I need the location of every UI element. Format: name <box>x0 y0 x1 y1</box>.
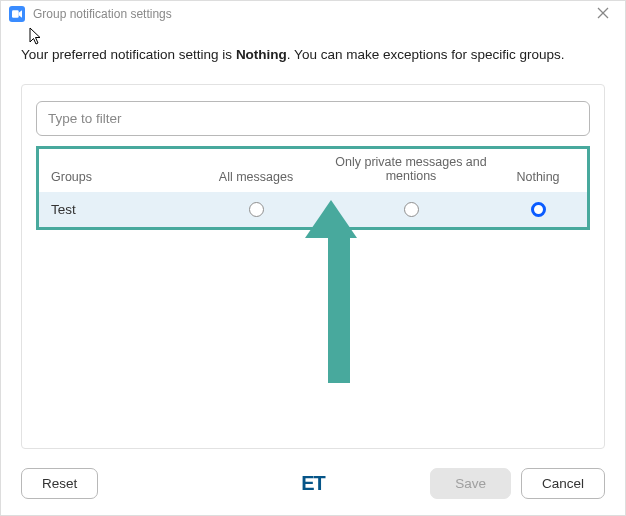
titlebar: Group notification settings <box>1 1 625 27</box>
header-groups: Groups <box>51 170 191 184</box>
cancel-button[interactable]: Cancel <box>521 468 605 499</box>
svg-rect-0 <box>12 10 19 18</box>
header-private-mentions: Only private messages and mentions <box>321 155 501 184</box>
table-header: Groups All messages Only private message… <box>39 149 587 192</box>
desc-bold: Nothing <box>236 47 287 62</box>
groups-table-highlight: Groups All messages Only private message… <box>36 146 590 230</box>
header-nothing: Nothing <box>501 170 575 184</box>
settings-panel: Groups All messages Only private message… <box>21 84 605 449</box>
footer: Reset ET Save Cancel <box>1 456 625 515</box>
radio-all-messages[interactable] <box>249 202 264 217</box>
filter-input[interactable] <box>36 101 590 136</box>
close-icon[interactable] <box>591 4 615 24</box>
desc-suffix: . You can make exceptions for specific g… <box>287 47 565 62</box>
zoom-app-icon <box>9 6 25 22</box>
group-name: Test <box>51 202 191 217</box>
description-text: Your preferred notification setting is N… <box>1 27 625 72</box>
desc-prefix: Your preferred notification setting is <box>21 47 236 62</box>
radio-nothing[interactable] <box>531 202 546 217</box>
window-title: Group notification settings <box>33 7 591 21</box>
radio-private-mentions[interactable] <box>404 202 419 217</box>
watermark-logo: ET <box>301 472 325 495</box>
header-all-messages: All messages <box>191 170 321 184</box>
reset-button[interactable]: Reset <box>21 468 98 499</box>
save-button: Save <box>430 468 511 499</box>
table-row: Test <box>39 192 587 227</box>
